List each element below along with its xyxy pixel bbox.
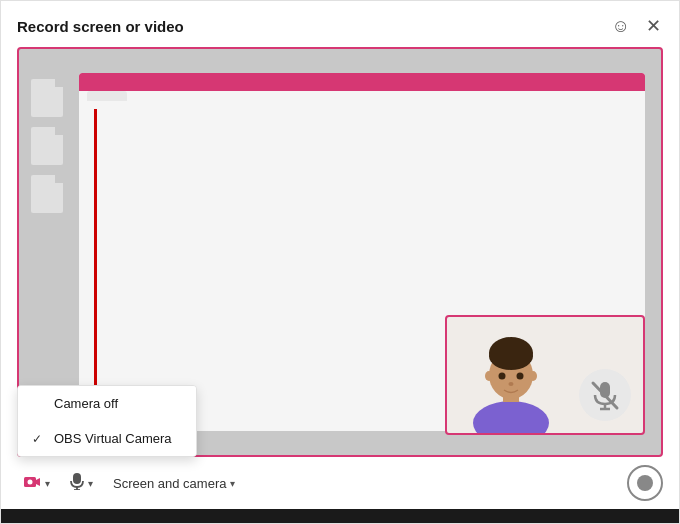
svg-point-0 bbox=[473, 401, 549, 433]
svg-point-4 bbox=[489, 337, 533, 369]
svg-point-9 bbox=[509, 382, 514, 386]
svg-point-5 bbox=[485, 371, 493, 381]
arrow-line bbox=[94, 109, 97, 409]
screen-camera-label: Screen and camera bbox=[113, 476, 226, 491]
main-window: Record screen or video ☺ ✕ bbox=[0, 0, 680, 524]
screen-camera-button[interactable]: Screen and camera ▾ bbox=[107, 472, 241, 495]
doc-icon-2 bbox=[31, 127, 63, 165]
svg-point-8 bbox=[517, 373, 524, 380]
bottom-bar bbox=[1, 509, 679, 523]
emoji-icon: ☺ bbox=[612, 16, 630, 36]
dropdown-item-obs[interactable]: ✓ OBS Virtual Camera bbox=[18, 421, 196, 456]
mic-icon bbox=[70, 472, 84, 494]
svg-point-16 bbox=[28, 480, 33, 485]
close-icon: ✕ bbox=[646, 16, 661, 36]
dropdown-label-obs: OBS Virtual Camera bbox=[54, 431, 172, 446]
doc-icon-3 bbox=[31, 175, 63, 213]
svg-rect-17 bbox=[73, 473, 81, 484]
title-bar: Record screen or video ☺ ✕ bbox=[1, 1, 679, 47]
bottom-toolbar: ▾ ▾ Screen and camera ▾ bbox=[1, 457, 679, 509]
camera-overlay bbox=[445, 315, 645, 435]
screen-topbar bbox=[79, 73, 645, 91]
dropdown-item-camera-off[interactable]: Camera off bbox=[18, 386, 196, 421]
screen-camera-label-chevron: ▾ bbox=[230, 478, 235, 489]
svg-marker-15 bbox=[36, 478, 40, 486]
close-button[interactable]: ✕ bbox=[644, 15, 663, 37]
camera-icon bbox=[23, 473, 41, 493]
doc-icon-1 bbox=[31, 79, 63, 117]
camera-dropdown-menu: Camera off ✓ OBS Virtual Camera bbox=[17, 385, 197, 457]
title-actions: ☺ ✕ bbox=[610, 15, 663, 37]
camera-chevron: ▾ bbox=[45, 478, 50, 489]
screen-tab bbox=[87, 91, 127, 101]
window-title: Record screen or video bbox=[17, 18, 184, 35]
svg-point-6 bbox=[529, 371, 537, 381]
dropdown-label-camera-off: Camera off bbox=[54, 396, 118, 411]
mic-muted-container bbox=[576, 365, 635, 425]
emoji-button[interactable]: ☺ bbox=[610, 15, 632, 37]
person-avatar bbox=[447, 318, 576, 433]
mic-circle bbox=[579, 369, 631, 421]
record-dot bbox=[637, 475, 653, 491]
doc-icons bbox=[31, 79, 63, 213]
checkmark-obs: ✓ bbox=[32, 432, 46, 446]
mic-button[interactable]: ▾ bbox=[64, 468, 99, 498]
camera-button[interactable]: ▾ bbox=[17, 469, 56, 497]
red-arrow bbox=[87, 109, 103, 422]
svg-point-7 bbox=[499, 373, 506, 380]
person-svg bbox=[461, 323, 561, 433]
mic-chevron: ▾ bbox=[88, 478, 93, 489]
record-button[interactable] bbox=[627, 465, 663, 501]
mic-muted-icon bbox=[588, 378, 622, 412]
